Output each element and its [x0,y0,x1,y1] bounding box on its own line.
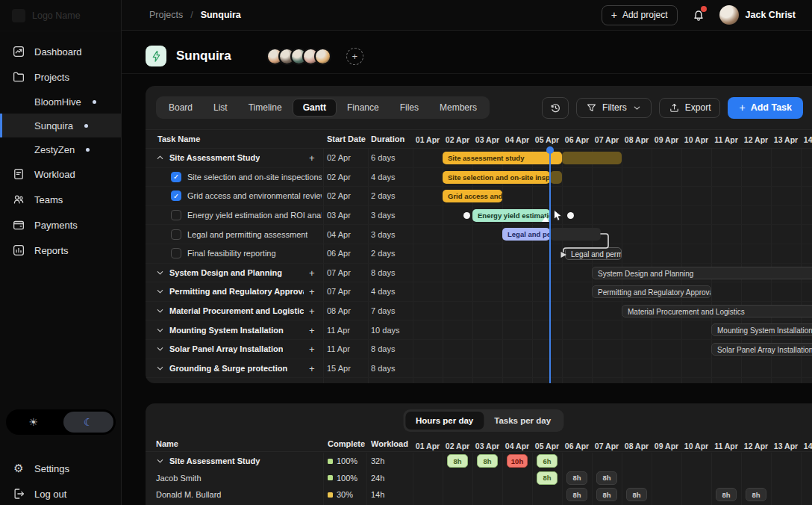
gantt-panel: BoardListTimelineGanttFinanceFilesMember… [146,86,812,383]
sidebar-item-workload[interactable]: Workload [0,161,121,187]
gantt-bar-yellow[interactable]: Grid access and en... [443,190,502,202]
hours-badge-green: 8h [477,454,498,468]
toggle-tasks-per-day[interactable]: Tasks per day [484,412,561,430]
expand-chevron-icon[interactable] [156,345,164,353]
date-header-cell: 12 Apr [741,130,771,149]
checkbox-checked[interactable]: ✓ [171,172,181,182]
sidebar-item-label: Reports [34,245,69,256]
gantt-bar-ghost[interactable]: Legal and permitti... [565,247,622,260]
bar-chart-icon [12,244,25,257]
expand-chevron-icon[interactable] [156,307,164,315]
add-project-button[interactable]: + Add project [602,5,678,25]
document-icon [12,167,25,181]
gantt-bar-yellow[interactable]: Site selection and on-site inspections [443,171,550,184]
gantt-bar-yellow-dim[interactable] [562,152,622,164]
export-button[interactable]: Export [659,98,721,118]
add-subtask-button[interactable]: + [309,362,315,374]
project-status-dot [84,124,88,128]
checkbox-unchecked[interactable] [171,248,181,258]
workload-hours: 24h [371,470,384,487]
sun-icon: ☀ [28,416,38,428]
sidebar-item-reports[interactable]: Reports [0,238,121,263]
add-subtask-button[interactable]: + [309,267,315,278]
add-subtask-button[interactable]: + [309,324,315,335]
expand-chevron-icon[interactable] [156,326,164,334]
gantt-bar-mint[interactable]: Energy yield estimation... [472,209,550,222]
gantt-bar-yellow[interactable]: Site assessment study [443,152,562,164]
add-member-button[interactable]: + [346,48,363,65]
sidebar-item-dashboard[interactable]: Dashboard [0,39,121,64]
gantt-bar-gray[interactable]: Permitting and Regulatory Approval [592,285,711,298]
tab-timeline[interactable]: Timeline [238,99,293,117]
dark-mode-button[interactable]: ☾ [63,412,114,433]
date-header-cell: 09 Apr [652,130,681,149]
tab-members[interactable]: Members [429,99,487,117]
tab-list[interactable]: List [203,99,238,117]
gantt-bar-outline[interactable] [550,228,601,241]
tab-gantt[interactable]: Gantt [293,99,337,117]
user-menu[interactable]: Jack Christ [719,5,796,25]
notifications-button[interactable] [691,7,706,22]
gantt-row: Legal and permitting assessment04 Apr3 d… [146,225,812,244]
gantt-row: Solar Panel Array Installation+11 Apr8 d… [146,340,812,359]
filters-button[interactable]: Filters [576,98,652,118]
add-task-button[interactable]: + Add Task [728,97,803,119]
hours-badge-gray: 8h [746,488,766,501]
bar-resize-handle[interactable] [542,217,549,222]
bar-link-handle-right[interactable] [567,212,574,219]
sidebar-item-logout[interactable]: Log out [0,481,121,505]
bar-link-handle-left[interactable] [463,212,470,219]
expand-chevron-icon[interactable] [156,364,164,372]
tab-board[interactable]: Board [158,99,203,117]
add-subtask-button[interactable]: + [309,344,315,355]
tab-finance[interactable]: Finance [337,99,390,117]
task-name: Site Assessment Study [169,149,260,167]
toggle-hours-per-day[interactable]: Hours per day [405,412,484,430]
wallet-icon [12,218,25,232]
sidebar-project-zestyzen[interactable]: ZestyZen [0,137,121,161]
complete-percent: 100% [328,453,357,470]
sidebar-item-projects[interactable]: Projects [0,64,121,90]
add-subtask-button[interactable]: + [309,152,315,164]
expand-chevron-icon[interactable] [156,457,164,465]
sidebar-project-bloomhive[interactable]: BloomHive [0,90,121,114]
sidebar-item-payments[interactable]: Payments [0,212,121,238]
hours-badge-green: 8h [537,471,558,485]
theme-toggle[interactable]: ☀ ☾ [6,409,116,435]
gantt-bar-gray[interactable]: Solar Panel Array Installation [711,343,812,356]
sidebar-nav: Dashboard Projects BloomHive Sunquira Ze… [0,31,121,263]
project-status-dot [93,100,96,104]
workload-name: Donald M. Bullard [156,486,221,504]
history-button[interactable] [542,97,569,119]
gantt-bar-gray[interactable]: System Design and Planning [592,267,812,279]
sidebar-project-sunquira[interactable]: Sunquira [0,114,121,137]
collapse-chevron-icon[interactable] [156,154,164,162]
checkbox-checked[interactable]: ✓ [171,190,181,201]
hours-badge-gray: 8h [596,488,617,501]
checkbox-unchecked[interactable] [171,229,181,240]
hours-badge-green: 6h [537,454,558,468]
gantt-bar-purple[interactable]: Legal and per... [502,228,550,241]
sidebar-item-settings[interactable]: ⚙ Settings [0,456,121,481]
gantt-toolbar: BoardListTimelineGanttFinanceFilesMember… [156,96,803,120]
project-label: Sunquira [34,120,73,131]
light-mode-button[interactable]: ☀ [8,412,59,433]
expand-chevron-icon[interactable] [156,268,164,276]
expand-chevron-icon[interactable] [156,288,164,296]
add-subtask-button[interactable]: + [309,306,315,317]
column-header-workload: Workload [371,436,408,451]
gantt-row: Permitting and Regulatory Approval+07 Ap… [146,282,812,302]
sidebar-item-teams[interactable]: Teams [0,187,121,212]
breadcrumb-projects[interactable]: Projects [149,10,183,20]
date-header-cell: 04 Apr [502,130,532,149]
tab-files[interactable]: Files [390,99,429,117]
task-name: Material Procurement and Logistics [169,302,304,320]
add-subtask-button[interactable]: + [309,286,315,297]
gantt-bar-gray[interactable]: Mounting System Installation [711,323,812,336]
checkbox-unchecked[interactable] [171,210,181,220]
sidebar-item-label: Teams [34,194,63,205]
gantt-bar-yellow-dim[interactable] [550,171,562,184]
gantt-bar-gray[interactable]: Material Procurement and Logistics [622,305,812,317]
workload-body: Site Assessment Study100%32h8h8h10h6hJac… [146,453,812,505]
task-name: Energy yield estimation and ROI analysis [187,206,322,225]
